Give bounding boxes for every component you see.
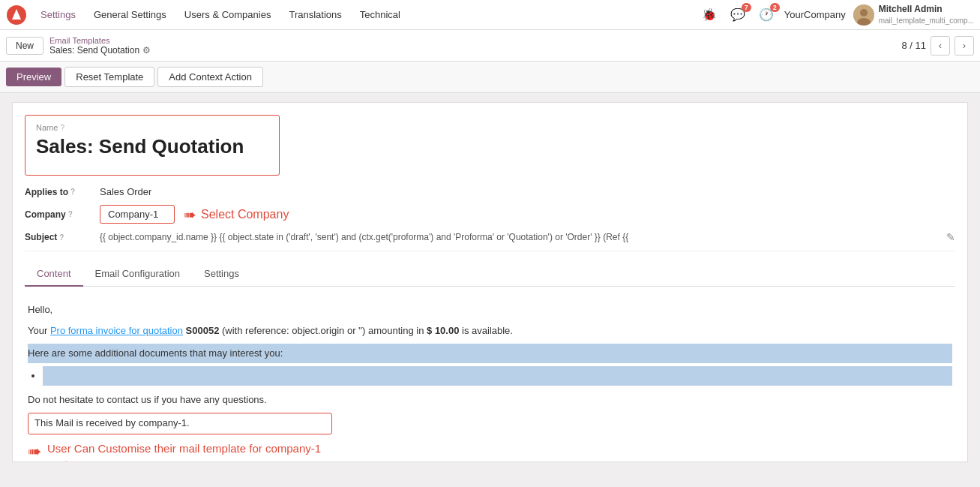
company-annotation-text: Select Company <box>201 208 289 221</box>
name-label: Name ? <box>36 123 268 132</box>
company-annotation: ➠ Select Company <box>184 206 289 224</box>
breadcrumb-current: Sales: Send Quotation <box>49 45 139 56</box>
breadcrumb-parent[interactable]: Email Templates <box>49 36 151 45</box>
company-label: Company ? <box>25 209 100 220</box>
company-row: Company ? Company-1 ➠ Select Company <box>25 205 955 224</box>
activity-icon-button[interactable]: 🕐 2 <box>756 5 777 26</box>
toolbar: Preview Reset Template Add Context Actio… <box>0 62 980 93</box>
breadcrumb: Email Templates Sales: Send Quotation ⚙ <box>49 36 151 56</box>
main-content: Name ? Sales: Send Quotation Applies to … <box>0 93 980 487</box>
navbar: Settings General Settings Users & Compan… <box>0 0 980 30</box>
new-button[interactable]: New <box>6 37 43 55</box>
action-bar: New Email Templates Sales: Send Quotatio… <box>0 30 980 62</box>
user-name: Mitchell Admin <box>879 4 974 16</box>
invoice-line: Your Pro forma invoice for quotation S00… <box>28 323 952 339</box>
invoice-mid: (with reference: object.origin or '') am… <box>219 325 427 336</box>
company-selector[interactable]: YourCompany <box>784 9 846 20</box>
navbar-right: 🐞 💬 7 🕐 2 YourCompany Mitchell Admin mai… <box>699 4 974 26</box>
mail-box: This Mail is received by company-1. <box>28 413 332 434</box>
mail-red-arrow-icon: ➠ <box>28 437 41 462</box>
app-logo[interactable] <box>6 5 27 26</box>
invoice-post: is available. <box>459 325 513 336</box>
chat-badge: 7 <box>742 3 751 12</box>
gear-icon[interactable]: ⚙ <box>142 45 151 56</box>
company-help-icon: ? <box>68 210 73 218</box>
subject-help-icon: ? <box>59 233 64 242</box>
contact-line: Do not hesitate to contact us if you hav… <box>28 392 952 408</box>
applies-to-value: Sales Order <box>100 186 151 197</box>
tab-settings[interactable]: Settings <box>192 262 251 287</box>
nav-settings[interactable]: Settings <box>33 6 83 23</box>
applies-to-help-icon: ? <box>70 188 75 196</box>
nav-technical[interactable]: Technical <box>352 6 408 23</box>
subject-label: Subject ? <box>25 232 100 242</box>
greeting-line: Hello, <box>28 302 952 318</box>
bug-icon: 🐞 <box>702 8 717 22</box>
name-section: Name ? Sales: Send Quotation <box>25 115 280 176</box>
subject-value[interactable]: {{ object.company_id.name }} {{ object.s… <box>100 232 775 242</box>
applies-to-label: Applies to ? <box>25 187 100 197</box>
bug-icon-button[interactable]: 🐞 <box>699 5 720 26</box>
invoice-amount: $ 10.00 <box>427 325 459 336</box>
prev-page-button[interactable]: ‹ <box>931 36 950 56</box>
bullet-item <box>43 366 952 386</box>
annotation-row: This Mail is received by company-1. ➠ Us… <box>28 413 952 462</box>
pagination-controls: 8 / 11 ‹ › <box>901 36 974 56</box>
red-arrow-icon: ➠ <box>184 206 196 224</box>
chat-icon-button[interactable]: 💬 7 <box>727 5 748 26</box>
preview-button[interactable]: Preview <box>6 68 61 86</box>
nav-users-companies[interactable]: Users & Companies <box>177 6 279 23</box>
avatar <box>853 5 874 26</box>
content-body: Hello, Your Pro forma invoice for quotat… <box>25 297 955 462</box>
svg-point-3 <box>860 9 868 17</box>
user-menu[interactable]: Mitchell Admin mail_template_multi_comp.… <box>853 4 974 26</box>
bullet-list <box>43 366 952 386</box>
navbar-menu: Settings General Settings Users & Compan… <box>33 6 699 23</box>
invoice-link[interactable]: Pro forma invoice for quotation <box>50 325 183 336</box>
mail-annotation-text: User Can Customise their mail template f… <box>47 440 332 462</box>
activity-badge: 2 <box>770 3 780 12</box>
invoice-pre: Your <box>28 325 50 336</box>
content-tabs: Content Email Configuration Settings <box>25 262 955 287</box>
annotation-block: This Mail is received by company-1. ➠ Us… <box>28 413 332 462</box>
nav-translations[interactable]: Translations <box>281 6 349 23</box>
name-value[interactable]: Sales: Send Quotation <box>36 135 268 158</box>
invoice-bold: S00052 <box>186 325 220 336</box>
highlight-bar: Here are some additional documents that … <box>28 344 952 363</box>
form-scroll-area[interactable]: Name ? Sales: Send Quotation Applies to … <box>12 102 968 462</box>
company-value[interactable]: Company-1 <box>100 205 175 224</box>
next-page-button[interactable]: › <box>955 36 974 56</box>
company-field-wrapper: Company-1 ➠ Select Company <box>100 205 289 224</box>
subject-edit-icon[interactable]: ✎ <box>946 231 955 243</box>
subject-row: Subject ? {{ object.company_id.name }} {… <box>25 231 955 251</box>
tab-content[interactable]: Content <box>25 262 83 287</box>
name-help-icon: ? <box>60 124 64 132</box>
add-context-action-button[interactable]: Add Context Action <box>157 67 263 87</box>
tab-email-config[interactable]: Email Configuration <box>83 262 192 287</box>
pagination-text: 8 / 11 <box>901 40 926 51</box>
applies-to-row: Applies to ? Sales Order <box>25 186 955 197</box>
reset-template-button[interactable]: Reset Template <box>64 67 154 87</box>
nav-general-settings[interactable]: General Settings <box>86 6 174 23</box>
user-sub: mail_template_multi_comp... <box>879 16 974 26</box>
user-info: Mitchell Admin mail_template_multi_comp.… <box>879 4 974 26</box>
